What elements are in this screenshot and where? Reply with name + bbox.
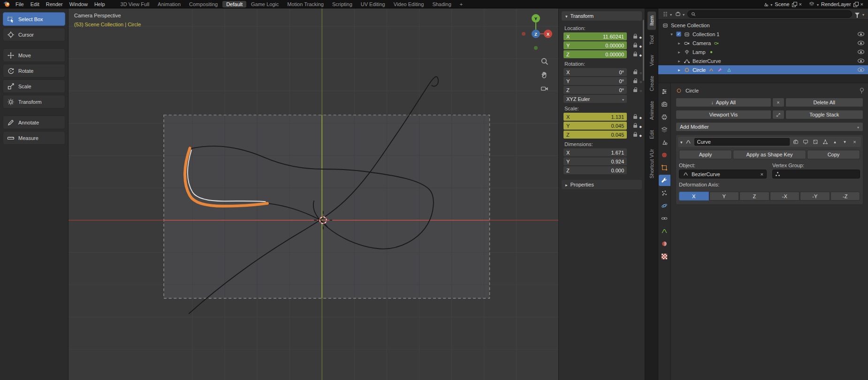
add-workspace-button[interactable]: + (456, 1, 466, 8)
apply-all-button[interactable]: Apply All (676, 98, 771, 107)
tab-object-data-icon[interactable] (659, 225, 670, 237)
workspace-tab-scripting[interactable]: Scripting (328, 1, 356, 8)
rotation-z-field[interactable]: Z 0° (563, 86, 627, 94)
new-scene-icon[interactable] (792, 2, 797, 7)
axis-x-button[interactable]: X (679, 192, 709, 201)
disclosure-icon[interactable]: ▸ (677, 59, 681, 63)
tab-view[interactable]: View (647, 51, 656, 70)
tab-item[interactable]: Item (647, 11, 656, 30)
workspace-tab-uv-editing[interactable]: UV Editing (357, 1, 389, 8)
chevron-down-icon[interactable] (862, 11, 864, 17)
dimensions-x-field[interactable]: X 1.671 (563, 148, 627, 156)
tool-measure[interactable]: Measure (3, 131, 65, 145)
tab-physics-icon[interactable] (659, 200, 670, 211)
workspace-tab-default[interactable]: Default (222, 1, 246, 8)
tool-select-box[interactable]: Select Box (3, 12, 65, 26)
tab-world-icon[interactable] (659, 149, 670, 161)
keyframe-decorator-icon[interactable] (640, 132, 642, 138)
lock-icon[interactable] (633, 89, 637, 92)
apply-as-shape-key-button[interactable]: Apply as Shape Key (733, 150, 806, 159)
add-modifier-dropdown[interactable]: Add Modifier (676, 122, 863, 132)
tool-cursor[interactable]: Cursor (3, 28, 65, 41)
object-field[interactable]: BezierCurve (679, 170, 767, 178)
remove-modifier-icon[interactable] (851, 138, 859, 146)
disclosure-icon[interactable]: ▸ (677, 50, 681, 54)
collection-checkbox[interactable] (676, 31, 681, 37)
tab-particles-icon[interactable] (659, 187, 670, 199)
expand-stack-button[interactable] (772, 110, 784, 119)
disclosure-icon[interactable]: ▸ (677, 68, 681, 72)
axis-neg-y-button[interactable]: -Y (800, 192, 830, 201)
tab-render-icon[interactable] (659, 99, 670, 110)
visibility-eye-icon[interactable] (858, 41, 864, 45)
tab-material-icon[interactable] (659, 238, 670, 249)
tab-tool[interactable]: Tool (647, 31, 656, 49)
visibility-eye-icon[interactable] (858, 59, 864, 63)
keyframe-decorator-icon[interactable] (640, 70, 642, 75)
zoom-icon[interactable] (540, 56, 549, 66)
location-y-field[interactable]: Y 0.00000 (563, 41, 627, 49)
lock-icon[interactable] (633, 125, 637, 128)
axis-y-button[interactable]: Y (709, 192, 739, 201)
visibility-eye-icon[interactable] (858, 32, 864, 36)
move-modifier-up-icon[interactable] (831, 138, 839, 146)
lock-icon[interactable] (633, 71, 637, 74)
vertex-group-field[interactable] (772, 170, 860, 178)
axis-neg-z-button[interactable]: -Z (830, 192, 860, 201)
outliner-row-camera[interactable]: ▸ Camera (658, 39, 868, 47)
realtime-visibility-icon[interactable] (801, 138, 809, 146)
pin-icon[interactable] (860, 88, 863, 93)
sidebar-scrollbar[interactable] (643, 20, 644, 81)
rotation-mode-dropdown[interactable]: XYZ Euler (563, 95, 627, 103)
rotation-x-field[interactable]: X 0° (563, 68, 627, 76)
delete-x-button[interactable] (772, 98, 784, 107)
outliner-row-scene-collection[interactable]: Scene Collection (658, 21, 868, 30)
tab-texture-icon[interactable] (659, 251, 670, 262)
dimensions-z-field[interactable]: Z 0.000 (563, 166, 627, 174)
outliner-search[interactable] (687, 10, 852, 18)
toggle-stack-button[interactable]: Toggle Stack (785, 110, 863, 119)
visibility-eye-icon[interactable] (858, 68, 864, 72)
collapse-icon[interactable] (680, 139, 683, 145)
keyframe-decorator-icon[interactable] (640, 87, 642, 93)
menu-edit[interactable]: Edit (27, 1, 43, 8)
pan-hand-icon[interactable] (540, 70, 549, 79)
display-mode-dropdown[interactable] (675, 11, 685, 17)
navigation-gizmo[interactable]: Y Z X (519, 12, 553, 54)
tab-constraints-icon[interactable] (659, 213, 670, 224)
keyframe-decorator-icon[interactable] (640, 78, 642, 84)
axis-neg-x-button[interactable]: -X (770, 192, 800, 201)
menu-file[interactable]: File (12, 1, 27, 8)
delete-all-button[interactable]: Delete All (785, 98, 863, 107)
tab-object-icon[interactable] (659, 162, 670, 173)
tab-scene-icon[interactable] (659, 137, 670, 148)
outliner-row-lamp[interactable]: ▸ Lamp (658, 47, 868, 56)
tool-scale[interactable]: Scale (3, 79, 65, 93)
modifier-name-field[interactable] (694, 138, 790, 146)
tool-rotate[interactable]: Rotate (3, 64, 65, 78)
unlink-scene-icon[interactable] (799, 1, 802, 7)
viewport-3d[interactable]: Camera Perspective (53) Scene Collection… (69, 8, 558, 380)
lock-icon[interactable] (633, 36, 637, 39)
lock-icon[interactable] (633, 116, 637, 119)
lock-icon[interactable] (633, 134, 637, 137)
outliner-row-collection-1[interactable]: ▾ Collection 1 (658, 30, 868, 39)
tab-output-icon[interactable] (659, 111, 670, 123)
scale-x-field[interactable]: X 1.131 (563, 113, 627, 121)
keyframe-decorator-icon[interactable] (640, 43, 642, 48)
rotation-y-field[interactable]: Y 0° (563, 77, 627, 85)
dimensions-y-field[interactable]: Y 0.924 (563, 157, 627, 165)
keyframe-decorator-icon[interactable] (640, 123, 642, 129)
remove-layer-icon[interactable] (860, 1, 863, 7)
cage-visibility-icon[interactable] (821, 138, 829, 146)
location-z-field[interactable]: Z 0.00000 (563, 50, 627, 58)
filter-funnel-icon[interactable] (855, 13, 860, 16)
search-input[interactable] (698, 11, 848, 16)
viewport-vis-button[interactable]: Viewport Vis (676, 110, 771, 119)
camera-view-icon[interactable] (540, 84, 549, 93)
lock-icon[interactable] (633, 54, 637, 56)
outliner-row-beziercurve[interactable]: ▸ BezierCurve (658, 56, 868, 65)
workspace-tab-video-editing[interactable]: Video Editing (390, 1, 428, 8)
apply-modifier-button[interactable]: Apply (679, 150, 732, 159)
tool-move[interactable]: Move (3, 48, 65, 62)
